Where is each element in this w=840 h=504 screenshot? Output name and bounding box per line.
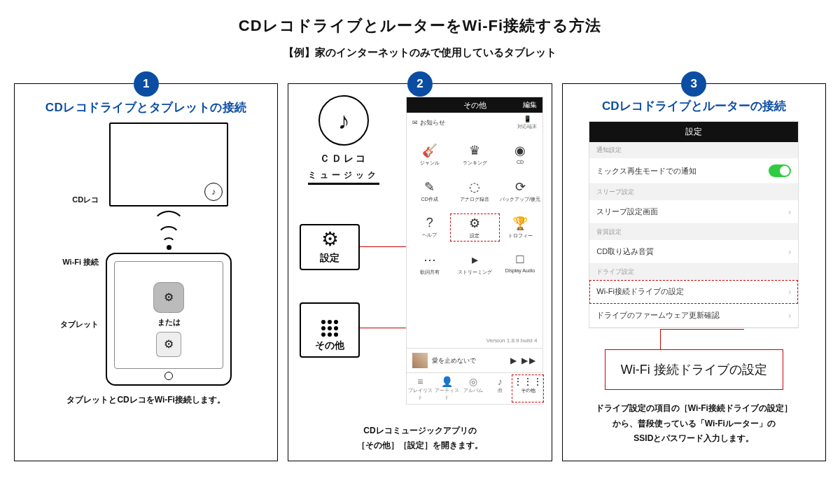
settings-row-quality[interactable]: CD取り込み音質 › [589,240,798,264]
now-playing-title: 愛を止めないで [432,356,506,365]
menu-icon: ◌ [452,179,498,195]
logo-circle-icon: ♪ [318,95,369,146]
menu-label: ヘルプ [407,232,452,239]
settings-title: 設定 [589,122,798,142]
step-badge-1: 1 [134,71,159,97]
tab-アーティスト[interactable]: 👤アーティスト [433,376,460,401]
menu-label: Display Audio [498,268,543,273]
settings-row-sleep[interactable]: スリープ設定画面 › [589,200,798,224]
phone-edit-button[interactable]: 編集 [523,100,537,110]
callout-settings: ⚙ 設定 [300,224,360,270]
step1-illustration: CDレコ Wi-Fi 接続 タブレット ♪ ⚙ または [23,122,269,386]
tablet-icon: ⚙ または ⚙ [106,253,232,386]
cdreco-music-logo: ♪ ＣＤレコ ミュージック [298,95,389,185]
step1-heading: CDレコドライブとタブレットの接続 [46,99,247,115]
tab-その他[interactable]: ⋮⋮⋮その他 [513,376,542,401]
menu-icon: ✎ [407,179,452,195]
settings-gear-icon: ⚙ [156,332,181,357]
panel-step-2: 2 ♪ ＣＤレコ ミュージック ⚙ 設定 その他 その他 編集 [288,83,552,461]
phone-notice-row[interactable]: ✉ お知らせ 📱対応端末 [407,113,542,133]
menu-label: CD作成 [407,196,452,203]
tab-icon: ♪ [486,376,513,387]
notice-label: お知らせ [420,119,445,126]
menu-icon: 🎸 [407,143,452,158]
menu-icon: ⟳ [498,179,543,195]
tab-プレイリスト[interactable]: ≡プレイリスト [407,376,433,401]
menu-icon: ⚙ [452,216,498,231]
phone-tab-bar: ≡プレイリスト👤アーティスト◎アルバム♪曲⋮⋮⋮その他 [407,373,542,404]
cdreco-logo-icon: ♪ [204,183,223,201]
settings-section-2: スリープ設定 [589,184,798,200]
step3-heading: CDレコドライブとルーターの接続 [602,98,786,114]
panel-step-3: 3 CDレコドライブとルーターの接続 設定 通知設定 ミックス再生モードでの通知… [562,83,826,461]
phone-screenshot: その他 編集 ✉ お知らせ 📱対応端末 🎸ジャンル♛ランキング◉CD✎CD作成◌… [406,97,543,405]
menu-icon: 🏆 [498,216,543,231]
tab-label: その他 [521,388,536,393]
mail-icon: ✉ [412,119,418,126]
menu-item-ヘルプ[interactable]: ?ヘルプ [407,216,452,239]
cdreco-device-icon: ♪ [109,122,228,206]
menu-item-アナログ録音[interactable]: ◌アナログ録音 [452,179,498,203]
panels-row: 1 CDレコドライブとタブレットの接続 CDレコ Wi-Fi 接続 タブレット … [14,83,826,461]
album-art-icon [412,353,428,368]
label-wifi: Wi-Fi 接続 [62,257,99,267]
callout-settings-label: 設定 [308,252,351,265]
menu-icon: □ [498,252,543,267]
settings-row-mix-notify[interactable]: ミックス再生モードでの通知 [589,158,798,184]
menu-item-ストリーミング[interactable]: ▸ストリーミング [452,252,498,276]
menu-item-設定[interactable]: ⚙設定 [452,216,498,239]
version-text: Version 1.8.9 build 4 [407,333,542,348]
panel-step-1: 1 CDレコドライブとタブレットの接続 CDレコ Wi-Fi 接続 タブレット … [14,83,278,461]
settings-row-wifi-drive[interactable]: Wi-Fi接続ドライブの設定 › [589,280,798,304]
page: CDレコドライブとルーターをWi-Fi接続する方法 【例】家のインターネットのみ… [0,0,840,504]
label-cdreco: CDレコ [72,195,99,205]
device-label: 対応端末 [517,124,537,129]
menu-item-バックアップ/復元[interactable]: ⟳バックアップ/復元 [498,179,543,203]
chevron-right-icon: › [788,247,791,257]
page-subtitle: 【例】家のインターネットのみで使用しているタブレット [14,46,826,59]
label-tablet: タブレット [60,319,99,330]
step2-caption: CDレコミュージックアプリの［その他］［設定］を開きます。 [288,424,551,452]
menu-item-Display Audio[interactable]: □Display Audio [498,252,543,276]
chevron-right-icon: › [788,207,791,217]
grid-icon [308,308,351,337]
step1-side-labels: CDレコ Wi-Fi 接続 タブレット [60,195,99,330]
menu-icon: ♛ [452,143,498,158]
menu-label: 歌詞共有 [407,269,452,276]
logo-text-1: ＣＤレコ [298,153,389,165]
menu-item-ランキング[interactable]: ♛ランキング [452,143,498,167]
menu-label: トロフィー [498,232,543,239]
menu-icon: ◉ [498,143,543,158]
step3-caption: ドライブ設定の項目の［Wi-Fi接続ドライブの設定］ から、普段使っている「Wi… [596,401,792,447]
menu-item-歌詞共有[interactable]: ⋯歌詞共有 [407,252,452,276]
tab-icon: ◎ [460,376,486,387]
settings-section-4: ドライブ設定 [589,264,798,280]
menu-label: 設定 [452,232,498,239]
menu-item-ジャンル[interactable]: 🎸ジャンル [407,143,452,167]
menu-icon: ▸ [452,252,498,267]
tab-曲[interactable]: ♪曲 [486,376,513,401]
settings-row-firmware[interactable]: ドライブのファームウェア更新確認 › [589,304,798,328]
menu-item-CD作成[interactable]: ✎CD作成 [407,179,452,203]
phone-titlebar: その他 編集 [407,97,542,113]
device-icon: 📱 [524,115,531,122]
gear-icon: ⚙ [308,230,351,249]
menu-item-CD[interactable]: ◉CD [498,143,543,167]
callout-other: その他 [300,302,360,358]
menu-icon: ? [407,216,452,230]
now-playing-bar[interactable]: 愛を止めないで ▶ ▶▶ [407,348,542,373]
tab-label: アーティスト [435,388,459,400]
tab-label: プレイリスト [408,388,433,400]
logo-text-2: ミュージック [308,169,379,185]
callout-other-label: その他 [308,340,351,352]
settings-section-1: 通知設定 [589,142,798,158]
menu-label: CD [498,160,543,164]
step-badge-3: 3 [681,71,706,97]
music-note-icon: ♪ [338,108,350,132]
toggle-on-icon[interactable] [769,164,791,177]
tab-アルバム[interactable]: ◎アルバム [460,376,486,401]
menu-item-トロフィー[interactable]: 🏆トロフィー [498,216,543,239]
page-title: CDレコドライブとルーターをWi-Fi接続する方法 [14,15,826,36]
menu-label: ストリーミング [452,269,498,276]
play-controls-icon[interactable]: ▶ ▶▶ [510,356,537,365]
